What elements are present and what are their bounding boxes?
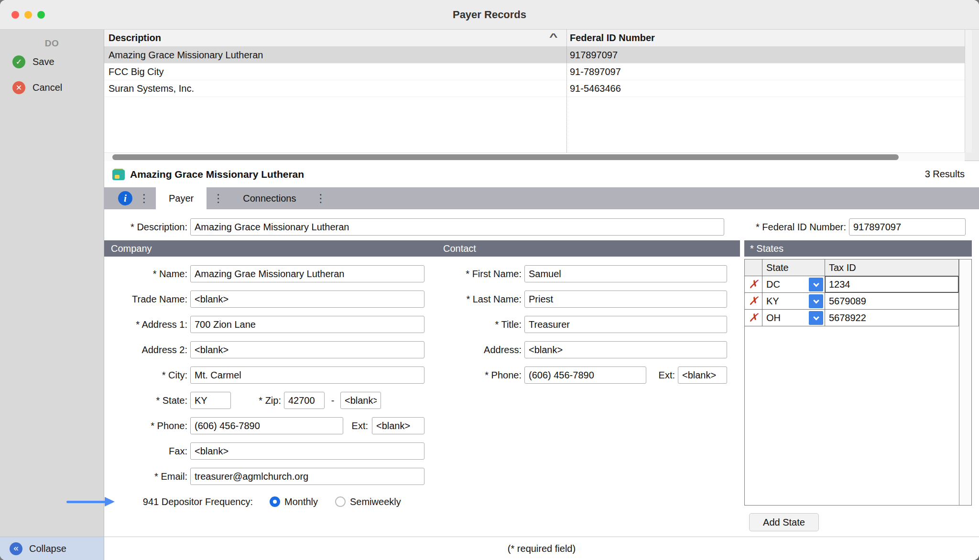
payer-description-cell: Suran Systems, Inc.	[104, 83, 566, 94]
last-name-label: * Last Name:	[439, 291, 522, 308]
taxid-cell[interactable]: 5679089	[825, 293, 959, 310]
save-button[interactable]: ✓ Save	[0, 49, 104, 75]
state-cell[interactable]: KY	[762, 293, 825, 310]
company-phone-input[interactable]	[190, 417, 343, 434]
payer-row[interactable]: FCC Big City 91-7897097	[104, 64, 965, 80]
description-input[interactable]	[190, 218, 724, 236]
email-input[interactable]	[190, 468, 424, 485]
taxid-cell[interactable]: 1234	[825, 276, 959, 293]
payer-table-body: Amazing Grace Missionary Lutheran 917897…	[104, 47, 965, 152]
state-dropdown-button[interactable]	[809, 311, 823, 325]
cancel-button[interactable]: ✕ Cancel	[0, 75, 104, 100]
titlebar: Payer Records	[0, 0, 979, 30]
state-dropdown-button[interactable]	[809, 278, 823, 291]
tab-connections[interactable]: Connections	[230, 187, 309, 209]
fax-input[interactable]	[190, 442, 424, 460]
delete-state-icon[interactable]: ✗	[749, 312, 758, 323]
double-chevron-left-icon: «	[10, 542, 22, 555]
contact-ext-label: Ext:	[646, 366, 675, 384]
delete-state-icon[interactable]: ✗	[749, 295, 758, 307]
company-ext-input[interactable]	[372, 417, 424, 434]
chevron-down-icon	[813, 297, 819, 303]
states-section-header: * States	[750, 243, 783, 254]
record-title: Amazing Grace Missionary Lutheran	[130, 169, 304, 180]
zip-plus4-input[interactable]	[340, 392, 381, 409]
description-label: * Description:	[104, 218, 187, 236]
states-table-header: State Tax ID	[745, 259, 971, 276]
contact-phone-input[interactable]	[524, 366, 646, 384]
tab-separator-dots-icon: ⋮	[139, 192, 150, 205]
state-input[interactable]	[190, 392, 231, 409]
column-header-federal-id[interactable]: Federal ID Number	[566, 32, 655, 43]
email-label: * Email:	[104, 468, 187, 485]
last-name-input[interactable]	[524, 291, 727, 308]
payer-row[interactable]: Suran Systems, Inc. 91-5463466	[104, 80, 965, 97]
zip-input[interactable]	[284, 392, 325, 409]
state-cell[interactable]: OH	[762, 310, 825, 326]
add-state-button[interactable]: Add State	[749, 513, 819, 531]
minimize-window-button[interactable]	[24, 11, 32, 19]
delete-state-icon[interactable]: ✗	[749, 279, 758, 290]
results-count: 3 Results	[925, 169, 965, 180]
payer-record-icon	[112, 169, 125, 180]
vertical-scrollbar[interactable]	[965, 30, 972, 152]
radio-semiweekly-label: Semiweekly	[350, 493, 401, 510]
state-row: ✗ KY 5679089	[745, 293, 971, 310]
info-icon[interactable]: i	[118, 191, 132, 205]
payer-row-selected[interactable]: Amazing Grace Missionary Lutheran 917897…	[104, 47, 965, 64]
tab-payer[interactable]: Payer	[156, 187, 207, 209]
cancel-x-icon: ✕	[12, 81, 25, 94]
collapse-button[interactable]: « Collapse	[0, 537, 104, 560]
zip-dash: -	[327, 392, 338, 409]
zoom-window-button[interactable]	[37, 11, 45, 19]
payer-table-header: Description Federal ID Number ^	[104, 30, 965, 47]
payer-records-window: Payer Records DO ✓ Save ✕ Cancel « Colla…	[0, 0, 979, 560]
state-value: DC	[766, 279, 780, 290]
states-scrollbar[interactable]	[959, 259, 971, 505]
radio-monthly-label: Monthly	[284, 493, 318, 510]
first-name-label: * First Name:	[439, 265, 522, 282]
save-label: Save	[33, 56, 54, 67]
horizontal-scrollbar[interactable]	[104, 152, 965, 161]
fax-label: Fax:	[104, 442, 187, 460]
radio-semiweekly[interactable]	[335, 496, 346, 507]
close-window-button[interactable]	[11, 11, 19, 19]
column-separator	[566, 30, 567, 152]
contact-ext-input[interactable]	[678, 366, 727, 384]
federal-id-input[interactable]	[849, 218, 966, 236]
states-table: State Tax ID ✗ DC 1234 ✗	[744, 259, 972, 506]
horizontal-scrollbar-thumb[interactable]	[112, 154, 899, 160]
contact-address-label: Address:	[439, 341, 522, 358]
tab-bar: i ⋮ Payer ⋮ Connections ⋮	[104, 187, 979, 209]
company-contact-section-bar: Company Contact	[104, 240, 740, 257]
save-check-icon: ✓	[12, 55, 25, 68]
title-label: * Title:	[439, 316, 522, 333]
sidebar: DO ✓ Save ✕ Cancel « Collapse	[0, 30, 104, 560]
states-taxid-column-header: Tax ID	[825, 259, 959, 276]
column-header-description[interactable]: Description	[104, 32, 566, 43]
first-name-input[interactable]	[524, 265, 727, 282]
payer-federal-id-cell: 917897097	[566, 50, 618, 61]
taxid-cell[interactable]: 5678922	[825, 310, 959, 326]
state-row: ✗ DC 1234	[745, 276, 971, 293]
company-phone-label: * Phone:	[104, 417, 187, 434]
state-dropdown-button[interactable]	[809, 294, 823, 308]
states-state-column-header: State	[762, 259, 825, 276]
state-row: ✗ OH 5678922	[745, 310, 971, 326]
payer-form: * Description: * Federal ID Number: Comp…	[104, 209, 979, 537]
contact-section-header: Contact	[443, 243, 476, 254]
title-input[interactable]	[524, 316, 727, 333]
list-filler	[972, 30, 979, 161]
record-header: Amazing Grace Missionary Lutheran 3 Resu…	[104, 161, 979, 187]
required-field-note: (* required field)	[104, 537, 979, 560]
contact-address-input[interactable]	[524, 341, 727, 358]
contact-phone-label: * Phone:	[439, 366, 522, 384]
collapse-label: Collapse	[29, 543, 66, 554]
radio-monthly[interactable]	[270, 496, 280, 507]
main-panel: Description Federal ID Number ^ Amazing …	[104, 30, 979, 560]
state-cell[interactable]: DC	[762, 276, 825, 293]
company-ext-label: Ext:	[342, 417, 368, 434]
annotation-arrow-icon	[66, 497, 116, 506]
states-delete-column-header	[745, 259, 762, 276]
sort-ascending-icon: ^	[549, 32, 558, 43]
